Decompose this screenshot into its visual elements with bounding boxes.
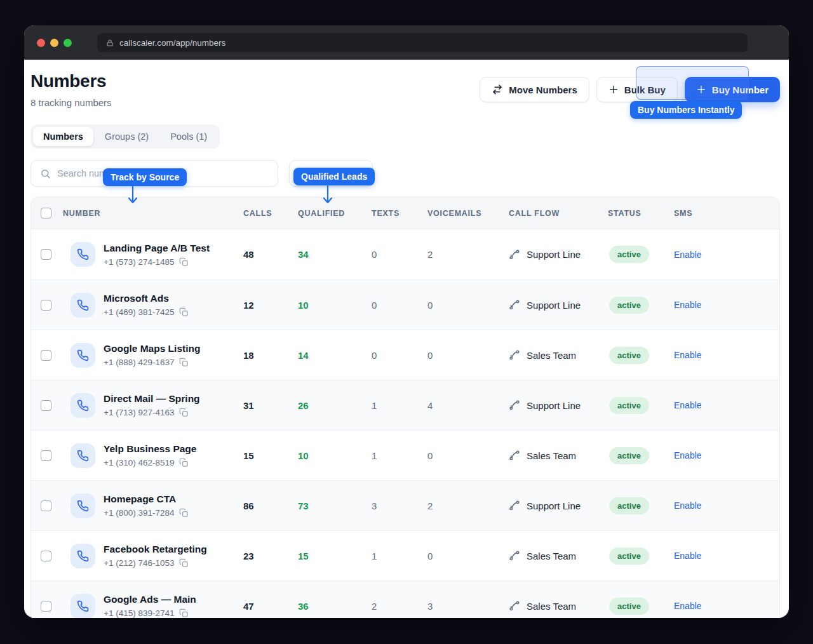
number-phone: +1 (713) 927-4163	[104, 408, 174, 417]
voicemails-value: 2	[425, 249, 506, 260]
copy-icon[interactable]	[179, 358, 189, 367]
phone-icon	[71, 493, 95, 518]
row-checkbox[interactable]	[41, 551, 51, 561]
status-badge: active	[609, 246, 649, 263]
calls-value: 18	[241, 350, 295, 361]
branch-icon	[509, 550, 520, 561]
lock-icon	[106, 39, 114, 47]
qualified-value: 26	[295, 400, 369, 411]
phone-icon	[71, 343, 95, 368]
table-row: Yelp Business Page +1 (310) 462-8519 15 …	[31, 430, 779, 480]
sms-enable-link[interactable]: Enable	[671, 500, 702, 511]
call-flow[interactable]: Support Line	[506, 299, 605, 311]
qualified-value: 15	[295, 551, 369, 561]
sms-enable-link[interactable]: Enable	[671, 601, 702, 611]
tooltip-buy-numbers: Buy Numbers Instantly	[630, 101, 742, 119]
table-row: Homepage CTA +1 (800) 391-7284 86 73 3 2…	[31, 480, 779, 530]
qualified-value: 14	[295, 350, 369, 361]
copy-icon[interactable]	[179, 307, 189, 317]
number-name: Google Ads — Main	[104, 594, 196, 605]
swap-arrows-icon	[492, 84, 503, 95]
call-flow[interactable]: Support Line	[506, 249, 605, 260]
copy-icon[interactable]	[179, 558, 189, 568]
number-phone: +1 (888) 429-1637	[104, 358, 174, 367]
copy-icon[interactable]	[179, 408, 189, 417]
branch-icon	[509, 450, 520, 461]
copy-icon[interactable]	[179, 608, 189, 618]
page-content: Numbers 8 tracking numbers Move Numbers …	[24, 60, 789, 618]
branch-icon	[509, 399, 520, 411]
call-flow[interactable]: Sales Team	[506, 450, 605, 461]
table-row: Google Ads — Main +1 (415) 839-2741 47 3…	[31, 580, 779, 618]
row-checkbox[interactable]	[41, 350, 51, 361]
maximize-button[interactable]	[64, 39, 72, 47]
row-checkbox[interactable]	[41, 249, 51, 260]
call-flow[interactable]: Support Line	[506, 399, 605, 411]
branch-icon	[509, 600, 520, 612]
voicemails-value: 4	[425, 400, 506, 411]
call-flow[interactable]: Support Line	[506, 500, 605, 511]
number-phone: +1 (212) 746-1053	[104, 558, 174, 568]
number-name: Direct Mail — Spring	[104, 393, 200, 405]
select-all-checkbox[interactable]	[41, 208, 51, 218]
call-flow-name: Support Line	[527, 400, 581, 411]
page-heading: Numbers 8 tracking numbers	[30, 71, 112, 108]
minimize-button[interactable]	[50, 39, 58, 47]
status-badge: active	[609, 297, 649, 314]
status-badge: active	[609, 447, 649, 464]
browser-chrome: callscaler.com/app/numbers	[24, 25, 789, 60]
tab-groups[interactable]: Groups (2)	[95, 127, 159, 146]
row-checkbox[interactable]	[41, 400, 51, 411]
texts-value: 0	[369, 350, 425, 361]
call-flow-name: Sales Team	[527, 601, 576, 612]
row-checkbox[interactable]	[41, 500, 51, 511]
col-number: NUMBER	[60, 209, 241, 218]
url-bar[interactable]: callscaler.com/app/numbers	[97, 33, 748, 52]
row-checkbox[interactable]	[41, 450, 51, 461]
arrow-up-icon	[688, 91, 698, 102]
table-body: Landing Page A/B Test +1 (573) 274-1485 …	[31, 229, 779, 618]
sms-enable-link[interactable]: Enable	[671, 450, 702, 460]
voicemails-value: 0	[425, 300, 506, 311]
copy-icon[interactable]	[179, 257, 189, 267]
number-phone: +1 (800) 391-7284	[104, 508, 174, 518]
tab-numbers[interactable]: Numbers	[33, 127, 93, 146]
number-phone: +1 (469) 381-7425	[104, 307, 174, 317]
call-flow-name: Support Line	[527, 249, 581, 260]
branch-icon	[509, 249, 520, 260]
col-call-flow: CALL FLOW	[506, 209, 605, 218]
col-texts: TEXTS	[369, 209, 425, 218]
qualified-value: 34	[295, 249, 369, 260]
status-badge: active	[609, 347, 649, 364]
copy-icon[interactable]	[179, 458, 189, 467]
call-flow-name: Sales Team	[527, 551, 576, 561]
row-checkbox[interactable]	[41, 601, 51, 612]
call-flow[interactable]: Sales Team	[506, 349, 605, 361]
call-flow[interactable]: Sales Team	[506, 550, 605, 561]
qualified-value: 10	[295, 450, 369, 461]
branch-icon	[509, 299, 520, 311]
close-button[interactable]	[37, 39, 45, 47]
window-controls	[37, 39, 72, 47]
sms-enable-link[interactable]: Enable	[671, 350, 702, 360]
search-icon	[40, 168, 51, 179]
branch-icon	[509, 349, 520, 361]
copy-icon[interactable]	[179, 508, 189, 518]
row-checkbox[interactable]	[41, 300, 51, 311]
voicemails-value: 0	[425, 551, 506, 561]
sms-enable-link[interactable]: Enable	[671, 400, 702, 410]
call-flow[interactable]: Sales Team	[506, 600, 605, 612]
sms-enable-link[interactable]: Enable	[671, 250, 702, 260]
browser-window: callscaler.com/app/numbers Numbers 8 tra…	[24, 25, 789, 618]
sms-enable-link[interactable]: Enable	[671, 300, 702, 310]
col-voicemails: VOICEMAILS	[425, 209, 506, 218]
tab-pools[interactable]: Pools (1)	[160, 127, 217, 146]
move-numbers-button[interactable]: Move Numbers	[480, 77, 589, 102]
table-row: Direct Mail — Spring +1 (713) 927-4163 3…	[31, 380, 779, 430]
call-flow-name: Sales Team	[527, 450, 576, 461]
phone-icon	[71, 544, 95, 568]
tab-bar: Numbers Groups (2) Pools (1)	[30, 124, 220, 149]
status-badge: active	[609, 497, 649, 514]
calls-value: 31	[241, 400, 295, 411]
sms-enable-link[interactable]: Enable	[671, 551, 702, 561]
